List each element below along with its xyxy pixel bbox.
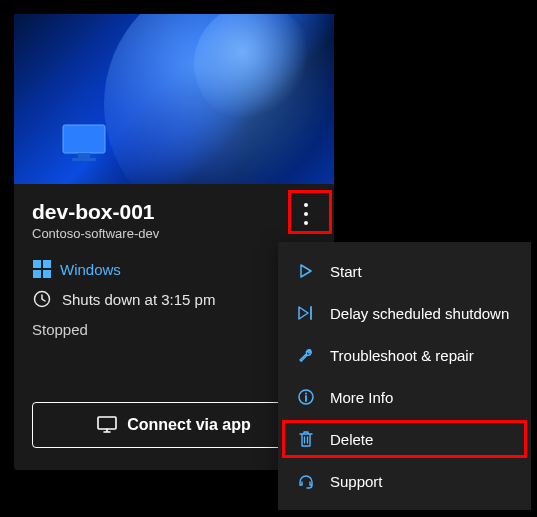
- trash-icon: [296, 429, 316, 449]
- play-icon: [296, 261, 316, 281]
- svg-rect-2: [72, 158, 96, 161]
- os-label: Windows: [60, 261, 121, 278]
- svg-point-10: [305, 393, 307, 395]
- svg-rect-5: [33, 270, 41, 278]
- menu-item-delay-shutdown[interactable]: Delay scheduled shutdown: [278, 292, 531, 334]
- desktop-icon: [97, 415, 117, 435]
- clock-icon: [32, 289, 52, 309]
- devbox-project: Contoso-software-dev: [32, 226, 316, 241]
- menu-item-label: Delete: [330, 431, 373, 448]
- monitor-icon: [62, 124, 106, 166]
- svg-rect-8: [98, 417, 116, 429]
- more-actions-button[interactable]: [288, 196, 324, 232]
- info-icon: [296, 387, 316, 407]
- annotation-highlight: [282, 420, 527, 458]
- wrench-icon: [296, 345, 316, 365]
- menu-item-delete[interactable]: Delete: [278, 418, 531, 460]
- windows-icon: [32, 259, 52, 279]
- svg-rect-6: [43, 270, 51, 278]
- menu-item-label: Troubleshoot & repair: [330, 347, 474, 364]
- headset-icon: [296, 471, 316, 491]
- devbox-thumbnail: [14, 14, 334, 184]
- menu-item-label: Support: [330, 473, 383, 490]
- actions-menu: Start Delay scheduled shutdown Troublesh…: [278, 242, 531, 510]
- svg-rect-3: [33, 260, 41, 268]
- schedule-text: Shuts down at 3:15 pm: [62, 291, 215, 308]
- menu-item-support[interactable]: Support: [278, 460, 531, 502]
- devbox-title: dev-box-001: [32, 200, 316, 224]
- menu-item-label: More Info: [330, 389, 393, 406]
- svg-rect-0: [63, 125, 105, 153]
- schedule-row: Shuts down at 3:15 pm: [32, 289, 316, 309]
- menu-item-label: Delay scheduled shutdown: [330, 305, 509, 322]
- menu-item-troubleshoot[interactable]: Troubleshoot & repair: [278, 334, 531, 376]
- play-bar-icon: [296, 303, 316, 323]
- os-link[interactable]: Windows: [32, 259, 316, 279]
- svg-rect-4: [43, 260, 51, 268]
- connect-label: Connect via app: [127, 416, 251, 434]
- status-text: Stopped: [32, 321, 316, 338]
- connect-button[interactable]: Connect via app: [32, 402, 316, 448]
- svg-rect-1: [78, 153, 90, 158]
- menu-item-label: Start: [330, 263, 362, 280]
- menu-item-more-info[interactable]: More Info: [278, 376, 531, 418]
- menu-item-start[interactable]: Start: [278, 250, 531, 292]
